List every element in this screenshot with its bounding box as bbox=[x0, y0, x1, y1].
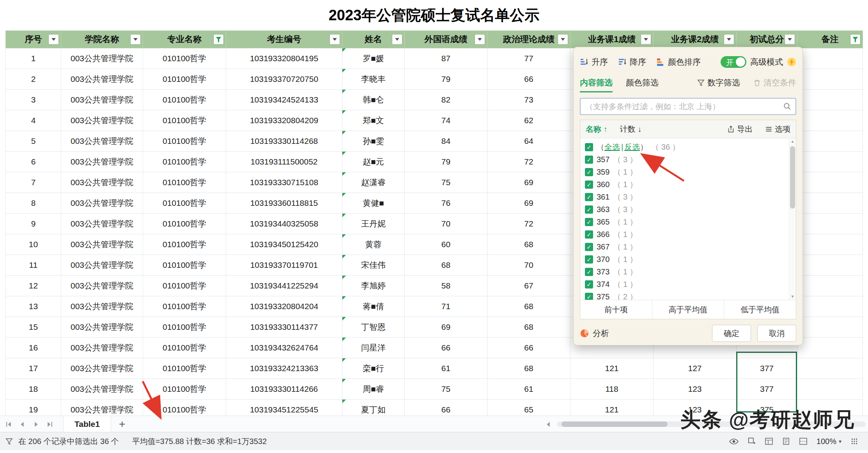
last-sheet-icon[interactable] bbox=[46, 421, 53, 428]
zoom-control[interactable]: 100% ▾ bbox=[817, 437, 841, 446]
table-cell[interactable]: 103193360118815 bbox=[226, 193, 342, 214]
table-cell[interactable]: 10 bbox=[6, 234, 61, 255]
name-cell[interactable]: 孙■雯 bbox=[342, 131, 405, 152]
checkbox-checked-icon[interactable] bbox=[585, 156, 593, 164]
table-cell[interactable]: 68 bbox=[487, 296, 570, 317]
name-cell[interactable]: 黄健■ bbox=[342, 193, 405, 214]
table-cell[interactable]: 103193320804204 bbox=[226, 296, 342, 317]
table-cell[interactable]: 68 bbox=[487, 317, 570, 338]
checkbox-checked-icon[interactable] bbox=[585, 168, 593, 176]
scroll-down-icon[interactable]: ▼ bbox=[789, 294, 796, 300]
table-cell[interactable]: 74 bbox=[405, 110, 487, 131]
name-cell[interactable]: 韩■仑 bbox=[342, 90, 405, 110]
table-cell[interactable]: 64 bbox=[487, 131, 570, 152]
name-cell[interactable]: 赵■元 bbox=[342, 152, 405, 172]
table-cell[interactable]: 010100哲学 bbox=[143, 338, 226, 358]
eye-icon[interactable] bbox=[729, 438, 739, 445]
table-cell[interactable]: 103193370119701 bbox=[226, 255, 342, 276]
sort-by-name-button[interactable]: 名称 ↑ bbox=[586, 124, 608, 134]
page-layout-view-icon[interactable] bbox=[782, 438, 790, 445]
column-header[interactable]: 初试总分 bbox=[737, 31, 797, 48]
horizontal-scrollbar-thumb[interactable] bbox=[562, 421, 668, 427]
table-cell[interactable]: 003公共管理学院 bbox=[61, 110, 143, 131]
tab-number-filter[interactable]: 数字筛选 bbox=[697, 77, 740, 92]
grid-settings-icon[interactable] bbox=[748, 437, 756, 445]
table-cell[interactable]: 010100哲学 bbox=[143, 358, 226, 379]
table-cell[interactable] bbox=[797, 110, 863, 131]
filter-dropdown-icon[interactable] bbox=[48, 34, 59, 45]
filter-value-row[interactable]: 366（ 1 ） bbox=[585, 228, 788, 241]
table-cell[interactable] bbox=[797, 317, 863, 338]
table-cell[interactable]: 010100哲学 bbox=[143, 379, 226, 400]
filter-applied-funnel-icon[interactable] bbox=[850, 34, 861, 45]
table-cell[interactable]: 010100哲学 bbox=[143, 193, 226, 214]
table-cell[interactable]: 7 bbox=[6, 172, 61, 193]
table-cell[interactable]: 5 bbox=[6, 131, 61, 152]
table-cell[interactable]: 18 bbox=[6, 379, 61, 400]
clear-conditions-button[interactable]: 清空条件 bbox=[753, 77, 796, 92]
table-cell[interactable]: 84 bbox=[405, 131, 487, 152]
checkbox-checked-icon[interactable] bbox=[585, 193, 593, 201]
table-cell[interactable]: 68 bbox=[487, 234, 570, 255]
table-cell[interactable]: 010100哲学 bbox=[143, 69, 226, 90]
table-cell[interactable]: 103193370720750 bbox=[226, 69, 342, 90]
table-cell[interactable]: 12 bbox=[6, 276, 61, 296]
table-cell[interactable]: 003公共管理学院 bbox=[61, 152, 143, 172]
table-cell[interactable]: 003公共管理学院 bbox=[61, 131, 143, 152]
checkbox-checked-icon[interactable] bbox=[585, 143, 593, 151]
table-cell[interactable]: 003公共管理学院 bbox=[61, 214, 143, 234]
filter-dropdown-icon[interactable] bbox=[392, 34, 402, 45]
table-cell[interactable]: 103193111500052 bbox=[226, 152, 342, 172]
table-cell[interactable]: 72 bbox=[487, 214, 570, 234]
table-cell[interactable] bbox=[797, 48, 863, 69]
table-cell[interactable]: 003公共管理学院 bbox=[61, 276, 143, 296]
sort-by-count-button[interactable]: 计数 ↓ bbox=[620, 124, 642, 134]
checkbox-checked-icon[interactable] bbox=[585, 230, 593, 239]
name-cell[interactable]: 蒋■倩 bbox=[342, 296, 405, 317]
table-cell[interactable]: 103193450125420 bbox=[226, 234, 342, 255]
checkbox-checked-icon[interactable] bbox=[585, 255, 593, 264]
table-cell[interactable]: 118 bbox=[570, 379, 654, 400]
column-header[interactable]: 序号 bbox=[6, 31, 61, 48]
tab-color-filter[interactable]: 颜色筛选 bbox=[626, 77, 659, 92]
table-cell[interactable]: 8 bbox=[6, 193, 61, 214]
table-cell[interactable]: 010100哲学 bbox=[143, 276, 226, 296]
filter-dropdown-icon[interactable] bbox=[641, 34, 651, 45]
filter-dropdown-icon[interactable] bbox=[329, 34, 340, 45]
table-cell[interactable]: 010100哲学 bbox=[143, 48, 226, 69]
column-header[interactable]: 姓名 bbox=[342, 31, 405, 48]
table-cell[interactable]: 121 bbox=[570, 358, 654, 379]
table-cell[interactable]: 003公共管理学院 bbox=[61, 255, 143, 276]
name-cell[interactable]: 丁智恩 bbox=[342, 317, 405, 338]
table-cell[interactable]: 103193441225294 bbox=[226, 276, 342, 296]
table-cell[interactable]: 77 bbox=[487, 48, 570, 69]
table-cell[interactable]: 76 bbox=[405, 193, 487, 214]
table-cell[interactable]: 73 bbox=[487, 90, 570, 110]
color-sort-button[interactable]: 颜色排序 bbox=[656, 57, 701, 67]
top-ten-button[interactable]: 前十项 bbox=[580, 300, 652, 319]
table-cell[interactable] bbox=[797, 234, 863, 255]
table-cell[interactable]: 1 bbox=[6, 48, 61, 69]
previous-sheet-icon[interactable] bbox=[19, 421, 26, 428]
table-cell[interactable]: 010100哲学 bbox=[143, 110, 226, 131]
table-cell[interactable] bbox=[797, 90, 863, 110]
table-cell[interactable]: 103193432624764 bbox=[226, 338, 342, 358]
invert-selection-link[interactable]: 反选 bbox=[624, 143, 640, 151]
filter-dropdown-icon[interactable] bbox=[724, 34, 734, 45]
table-cell[interactable]: 127 bbox=[654, 358, 737, 379]
table-cell[interactable]: 70 bbox=[487, 255, 570, 276]
name-cell[interactable]: 宋佳伟 bbox=[342, 255, 405, 276]
table-cell[interactable]: 003公共管理学院 bbox=[61, 90, 143, 110]
table-cell[interactable]: 17 bbox=[6, 358, 61, 379]
name-cell[interactable]: 周■睿 bbox=[342, 379, 405, 400]
table-cell[interactable]: 15 bbox=[6, 317, 61, 338]
table-cell[interactable]: 16 bbox=[6, 338, 61, 358]
checkbox-checked-icon[interactable] bbox=[585, 218, 593, 226]
table-cell[interactable]: 010100哲学 bbox=[143, 90, 226, 110]
table-cell[interactable]: 003公共管理学院 bbox=[61, 338, 143, 358]
table-cell[interactable]: 4 bbox=[6, 110, 61, 131]
table-cell[interactable]: 003公共管理学院 bbox=[61, 234, 143, 255]
table-cell[interactable]: 010100哲学 bbox=[143, 172, 226, 193]
filter-value-row[interactable]: 357（ 3 ） bbox=[585, 153, 788, 166]
table-cell[interactable]: 79 bbox=[405, 69, 487, 90]
